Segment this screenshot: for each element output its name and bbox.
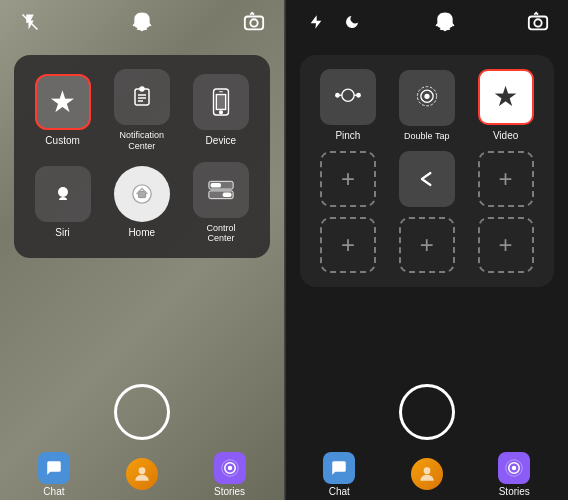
stories-label-left: Stories (214, 486, 245, 497)
snapchat-logo[interactable] (126, 6, 158, 38)
capture-area-right (286, 384, 569, 440)
panel-item-add1[interactable]: + (314, 151, 383, 207)
nav-chat-left[interactable]: Chat (29, 452, 79, 497)
chat-icon-bg (38, 452, 70, 484)
panel-item-home[interactable]: Home (107, 162, 176, 245)
capture-button-right[interactable] (399, 384, 455, 440)
nav-stories-right[interactable]: Stories (489, 452, 539, 497)
panel-item-video[interactable]: ★ Video (471, 69, 540, 141)
top-bar-right (286, 0, 569, 44)
panel-item-pinch[interactable]: Pinch (314, 69, 383, 141)
add4-icon-box: + (399, 217, 455, 273)
nav-avatar-right[interactable] (402, 458, 452, 490)
stories-icon-bg (214, 452, 246, 484)
video-icon-box: ★ (478, 69, 534, 125)
panel-item-device[interactable]: Device (186, 69, 255, 152)
double-tap-label: Double Tap (404, 131, 449, 141)
panel-grid: ★ Custom NotificationCenter (28, 69, 256, 244)
svg-rect-10 (216, 94, 225, 109)
nav-avatar-left[interactable] (117, 458, 167, 490)
add1-icon-box: + (320, 151, 376, 207)
control-center-label: ControlCenter (206, 223, 235, 245)
right-top-icons (300, 6, 368, 38)
panel-item-add3[interactable]: + (314, 217, 383, 273)
assistivetouch-panel: ★ Custom NotificationCenter (14, 55, 270, 258)
stories-icon-bg-right (498, 452, 530, 484)
video-label: Video (493, 130, 518, 141)
svg-point-4 (140, 87, 144, 91)
flash-off-icon[interactable] (14, 6, 46, 38)
plus-icon-4: + (420, 231, 434, 259)
snapchat-logo-right[interactable] (429, 6, 461, 38)
nav-stories-left[interactable]: Stories (205, 452, 255, 497)
moon-icon-right[interactable] (336, 6, 368, 38)
svg-point-11 (220, 111, 223, 114)
svg-rect-14 (138, 192, 145, 198)
svg-point-2 (250, 19, 257, 26)
plus-icon-3: + (341, 231, 355, 259)
flash-icon-right[interactable] (300, 6, 332, 38)
back-icon-box (399, 151, 455, 207)
top-bar-left (0, 0, 284, 44)
svg-point-34 (423, 467, 430, 474)
custom-icon-box: ★ (35, 74, 91, 130)
svg-point-35 (512, 465, 517, 470)
user-avatar-left (126, 458, 158, 490)
pinch-label: Pinch (335, 130, 360, 141)
svg-rect-18 (223, 192, 232, 196)
panel-item-control-center[interactable]: ControlCenter (186, 162, 255, 245)
camera-flip-icon-right[interactable] (522, 6, 554, 38)
panel-item-add4[interactable]: + (392, 217, 461, 273)
nav-chat-right[interactable]: Chat (314, 452, 364, 497)
user-avatar-right (411, 458, 443, 490)
siri-icon-box (35, 166, 91, 222)
camera-flip-icon[interactable] (238, 6, 270, 38)
bottom-nav-left: Chat Stories (0, 448, 284, 500)
panel-item-notification[interactable]: NotificationCenter (107, 69, 176, 152)
double-tap-icon-box (399, 70, 455, 126)
svg-point-29 (336, 94, 340, 98)
left-top-icons (14, 6, 46, 38)
custom-label: Custom (45, 135, 79, 147)
panel-item-add5[interactable]: + (471, 217, 540, 273)
chat-label-right: Chat (329, 486, 350, 497)
siri-label: Siri (55, 227, 69, 239)
svg-point-20 (227, 465, 232, 470)
svg-rect-17 (211, 183, 221, 187)
add2-icon-box: + (478, 151, 534, 207)
video-star-icon: ★ (493, 83, 518, 111)
star-icon: ★ (49, 84, 76, 119)
bottom-nav-right: Chat Stories (286, 448, 569, 500)
svg-point-26 (342, 89, 354, 101)
notification-icon-box (114, 69, 170, 125)
control-center-icon-box (193, 162, 249, 218)
svg-marker-23 (310, 15, 321, 28)
capture-button[interactable] (114, 384, 170, 440)
device-label: Device (206, 135, 237, 147)
panel-item-siri[interactable]: Siri (28, 162, 97, 245)
assistivetouch-panel-right: Pinch Double Tap ★ Video (300, 55, 555, 287)
panel-item-custom[interactable]: ★ Custom (28, 69, 97, 152)
chat-label-left: Chat (43, 486, 64, 497)
notification-label: NotificationCenter (119, 130, 164, 152)
panel-item-add2[interactable]: + (471, 151, 540, 207)
add5-icon-box: + (478, 217, 534, 273)
plus-icon-1: + (341, 165, 355, 193)
svg-point-33 (424, 93, 429, 98)
home-icon-box (114, 166, 170, 222)
left-screen: ★ Custom NotificationCenter (0, 0, 284, 500)
right-screen: Pinch Double Tap ★ Video (285, 0, 569, 500)
pinch-icon-box (320, 69, 376, 125)
add3-icon-box: + (320, 217, 376, 273)
panel-item-back[interactable] (392, 151, 461, 207)
plus-icon-5: + (499, 231, 513, 259)
svg-point-25 (534, 19, 541, 26)
svg-point-19 (138, 467, 145, 474)
svg-point-12 (58, 187, 68, 197)
panel-item-double-tap[interactable]: Double Tap (392, 69, 461, 141)
plus-icon-2: + (499, 165, 513, 193)
panel-grid-right: Pinch Double Tap ★ Video (314, 69, 541, 273)
chat-icon-bg-right (323, 452, 355, 484)
capture-area (0, 384, 284, 440)
home-label: Home (128, 227, 155, 239)
